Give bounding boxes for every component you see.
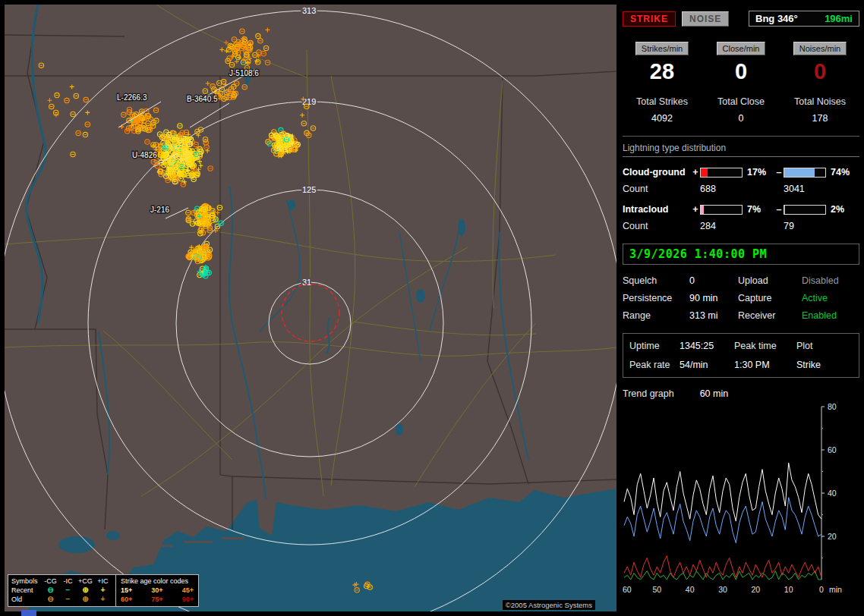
trend-graph-header: Trend graph 60 min — [623, 388, 859, 399]
noises-per-min-label: Noises/min — [793, 42, 847, 55]
session-grid: Uptime 1345:25 Peak time Plot Peak rate … — [623, 333, 859, 378]
ic-negative-pct: 2% — [826, 204, 858, 215]
trend-series — [624, 556, 821, 578]
ic-negative-bar — [784, 205, 826, 215]
squelch-value: 0 — [689, 275, 738, 286]
trend-y-tick-label: 80 — [828, 404, 837, 411]
trend-x-tick-label: 50 — [652, 585, 661, 594]
status-panel: STRIKE NOISE Bng 346° 196mi Strikes/min … — [623, 5, 859, 611]
total-noises-label: Total Noises — [780, 96, 859, 107]
capture-value: Active — [802, 293, 859, 303]
rate-counters: Strikes/min 28 Close/min 0 Noises/min 0 — [623, 42, 859, 84]
distance-value: 196mi — [825, 13, 853, 24]
trend-y-tick-label: 20 — [828, 532, 837, 541]
range-ring-label: 125 — [302, 185, 316, 194]
storm-cell-label: J-5108.6 — [229, 69, 259, 77]
age-code-label: 45+ — [182, 586, 194, 595]
datetime-display: 3/9/2026 1:40:00 PM — [623, 244, 859, 265]
cg-negative-bar — [784, 168, 826, 178]
trend-y-tick-label: 40 — [828, 489, 837, 498]
range-value: 313 mi — [689, 310, 738, 321]
bearing-value: Bng 346° — [755, 13, 798, 24]
noises-per-min-box: Noises/min 0 — [780, 42, 859, 84]
bearing-box: Bng 346° 196mi — [749, 11, 859, 27]
plot-value: Strike — [796, 360, 853, 370]
peak-rate-value: 54/min — [680, 360, 734, 370]
background-window-fragment — [21, 610, 36, 616]
close-per-min-box: Close/min 0 — [702, 42, 780, 84]
strikes-per-min-box: Strikes/min 28 — [623, 42, 702, 84]
legend-symbol: − — [59, 586, 77, 595]
age-code-label: 90+ — [182, 595, 194, 604]
uptime-value: 1345:25 — [680, 341, 734, 351]
plus-sign: + — [691, 167, 700, 178]
map-canvas[interactable]: 31321912531 J-5108.6L-2266.3B-3640.5U-48… — [5, 5, 616, 611]
range-ring-label: 313 — [302, 6, 316, 15]
peak-rate-label: Peak rate — [629, 360, 680, 370]
storm-cell-label: U-4826 — [132, 151, 157, 159]
peak-time-label: Peak time — [734, 341, 796, 351]
trend-series — [624, 498, 821, 543]
range-label: Range — [623, 310, 689, 321]
peak-time-value: 1:30 PM — [734, 360, 796, 370]
age-code-label: 75+ — [151, 595, 162, 604]
persistence-label: Persistence — [623, 293, 689, 303]
legend-symbol: ⊕ — [77, 586, 94, 595]
total-strikes-label: Total Strikes — [623, 96, 702, 107]
trend-x-tick-label: 20 — [751, 585, 760, 594]
cg-positive-bar — [700, 168, 743, 178]
trend-x-tick-label: 40 — [686, 585, 695, 594]
strike-legend: Symbols -CG -IC +CG +IC Recent ⊖−⊕+ Old … — [8, 574, 199, 607]
intracloud-row: Intracloud + 7% – 2% — [623, 204, 859, 215]
receiver-value: Enabled — [802, 310, 859, 321]
trend-graph-label: Trend graph — [623, 388, 674, 399]
storm-cell-label: B-3640.5 — [187, 95, 218, 103]
legend-age-section: Strike age color codes 15+30+45+ 60+75+9… — [116, 575, 198, 606]
ic-positive-count: 284 — [700, 221, 743, 231]
trend-series — [624, 463, 821, 521]
count-label: Count — [623, 184, 691, 194]
cg-negative-count: 3041 — [784, 184, 826, 194]
cloud-ground-row: Cloud-ground + 17% – 74% — [623, 167, 859, 178]
legend-col-neg-cg: -CG — [42, 577, 59, 586]
legend-symbols-header: Symbols — [11, 577, 42, 586]
minus-sign: – — [774, 167, 784, 178]
cloud-ground-label: Cloud-ground — [623, 167, 691, 178]
legend-age-header: Strike age color codes — [121, 577, 194, 586]
legend-recent-label: Recent — [11, 586, 42, 595]
storm-cell-label: J-216 — [150, 206, 169, 214]
trend-graph: 204060806050403020100min — [623, 404, 859, 599]
intracloud-counts: Count 284 79 — [623, 221, 859, 231]
nexstorm-window: 31321912531 J-5108.6L-2266.3B-3640.5U-48… — [0, 0, 864, 616]
legend-symbol: ⊕ — [77, 595, 94, 604]
minus-sign: – — [774, 204, 784, 215]
legend-symbol: + — [94, 586, 112, 595]
legend-symbol: ⊖ — [42, 595, 59, 604]
uptime-label: Uptime — [629, 341, 680, 351]
count-label: Count — [623, 221, 691, 231]
divider — [623, 136, 859, 137]
trend-x-tick-label: 0 — [819, 585, 824, 594]
close-per-min-value: 0 — [702, 59, 780, 84]
range-ring-label: 31 — [302, 278, 311, 287]
legend-col-pos-cg: +CG — [77, 577, 94, 586]
intracloud-label: Intracloud — [623, 204, 691, 215]
noises-per-min-value: 0 — [780, 59, 859, 84]
cloud-ground-counts: Count 688 3041 — [623, 184, 859, 194]
total-strikes-value: 4092 — [623, 113, 702, 124]
cg-negative-pct: 74% — [826, 167, 858, 178]
upload-value: Disabled — [802, 275, 859, 286]
map-area[interactable]: 31321912531 J-5108.6L-2266.3B-3640.5U-48… — [5, 5, 616, 611]
trend-x-tick-label: 10 — [784, 585, 793, 594]
total-close-label: Total Close — [702, 96, 780, 107]
storm-cell-label: L-2266.3 — [117, 93, 147, 102]
plot-label: Plot — [796, 341, 853, 351]
trend-x-tick-label: 60 — [623, 585, 632, 594]
status-grid: Squelch 0 Upload Disabled Persistence 90… — [623, 275, 859, 321]
copyright-text: ©2005 Astrogenic Systems — [503, 600, 595, 610]
totals: Total Strikes Total Close Total Noises 4… — [623, 96, 859, 124]
upload-label: Upload — [738, 275, 802, 286]
age-code-label: 15+ — [121, 586, 132, 595]
total-noises-value: 178 — [780, 113, 859, 124]
strikes-per-min-label: Strikes/min — [635, 42, 689, 55]
